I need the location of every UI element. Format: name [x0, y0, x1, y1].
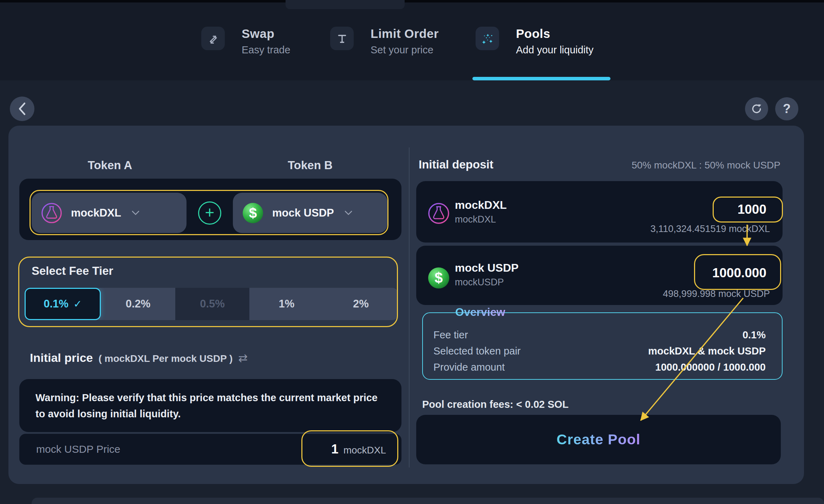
- refresh-button[interactable]: [745, 97, 768, 120]
- help-icon: ?: [783, 101, 791, 116]
- fee-option-0.5[interactable]: 0.5%: [175, 288, 249, 320]
- tab-swap-texts: Swap Easy trade: [242, 27, 290, 56]
- overview-row-fee-tier: Fee tier 0.1%: [433, 329, 766, 341]
- pool-creation-fees: Pool creation fees: < 0.02 SOL: [422, 399, 569, 410]
- chevron-left-icon: [18, 102, 27, 115]
- fee-option-label: 0.5%: [200, 298, 225, 310]
- overview-row-token-pair: Selected token pair mockDXL & mock USDP: [433, 345, 766, 357]
- overview-label: Selected token pair: [433, 345, 521, 357]
- deposit-row-mockdxl: mockDXL mockDXL 1000 3,110,324.451519 mo…: [416, 181, 783, 243]
- pools-page: Swap Easy trade Limit Order Set your pri…: [0, 0, 824, 504]
- overview-title: Overview: [449, 306, 511, 319]
- initial-price-title: Initial price: [30, 351, 93, 365]
- token-b-name: mock USDP: [272, 207, 334, 219]
- footer-strip: [32, 498, 824, 504]
- dollar-token-icon: $: [242, 202, 264, 224]
- chevron-down-icon: [132, 211, 139, 215]
- deposit-token-name: mockDXL: [455, 199, 507, 212]
- top-notch: [286, 0, 405, 9]
- fee-tier-group: 0.1% ✓ 0.2% 0.5% 1% 2%: [25, 288, 398, 320]
- price-input-placeholder: mock USDP Price: [36, 443, 120, 455]
- top-bar-right: [405, 0, 824, 2]
- price-input[interactable]: mock USDP Price 1 mockDXL: [19, 434, 401, 465]
- dollar-token-icon: $: [427, 267, 450, 289]
- chevron-down-icon: [345, 211, 352, 215]
- fee-option-0.2[interactable]: 0.2%: [101, 288, 175, 320]
- create-pool-label: Create Pool: [557, 431, 641, 448]
- tab-limit-label: Limit Order: [371, 27, 439, 41]
- overview-row-provide-amount: Provide amount 1000.000000 / 1000.000: [433, 362, 766, 373]
- token-b-label: Token B: [257, 159, 363, 172]
- overview-label: Fee tier: [433, 329, 468, 341]
- fee-tier-title: Select Fee Tier: [32, 264, 113, 278]
- flask-token-icon: [427, 202, 450, 225]
- overview-panel: Overview Fee tier 0.1% Selected token pa…: [422, 312, 783, 380]
- token-pair-selector: mockDXL + $ mock USDP: [19, 179, 401, 240]
- initial-deposit-title: Initial deposit: [419, 158, 493, 171]
- tab-pools-label: Pools: [516, 27, 594, 41]
- limit-order-icon: [330, 27, 354, 50]
- deposit-token-name: mock USDP: [455, 261, 518, 274]
- overview-rows: Fee tier 0.1% Selected token pair mockDX…: [423, 313, 782, 373]
- fee-option-label: 0.2%: [126, 298, 151, 310]
- add-token-pair-button[interactable]: +: [198, 201, 221, 225]
- fee-option-label: 2%: [353, 298, 369, 310]
- top-bar-left: [0, 0, 286, 2]
- price-value-wrap: 1 mockDXL: [331, 442, 386, 457]
- fee-option-1[interactable]: 1%: [249, 288, 323, 320]
- tab-swap-label: Swap: [242, 27, 290, 41]
- help-button[interactable]: ?: [775, 97, 798, 120]
- overview-label: Provide amount: [433, 362, 505, 373]
- deposit-amount-input[interactable]: 1000: [738, 202, 766, 217]
- tab-swap[interactable]: Swap Easy trade: [201, 27, 290, 56]
- tab-limit-subtitle: Set your price: [371, 44, 439, 56]
- deposit-token-symbol: mockUSDP: [455, 277, 504, 288]
- check-icon: ✓: [73, 298, 82, 310]
- token-a-name: mockDXL: [71, 207, 121, 219]
- tab-pools[interactable]: Pools Add your liquidity: [476, 27, 594, 56]
- fee-option-label: 0.1%: [44, 298, 68, 310]
- flask-token-icon: [41, 202, 63, 224]
- overview-value: mockDXL & mock USDP: [648, 345, 766, 357]
- svg-text:$: $: [249, 205, 257, 221]
- invert-price-icon[interactable]: ⇄: [238, 351, 248, 365]
- tab-swap-subtitle: Easy trade: [242, 44, 290, 56]
- tab-pools-texts: Pools Add your liquidity: [516, 27, 594, 56]
- price-value: 1: [331, 442, 339, 457]
- active-tab-underline: [472, 77, 610, 80]
- fee-option-label: 1%: [279, 298, 295, 310]
- pools-icon: [476, 27, 499, 50]
- swap-icon: [201, 27, 225, 50]
- column-divider: [409, 147, 410, 467]
- fee-option-2[interactable]: 2%: [324, 288, 398, 320]
- fee-option-0.1[interactable]: 0.1% ✓: [25, 288, 101, 320]
- svg-text:$: $: [434, 270, 443, 286]
- overview-value: 1000.000000 / 1000.000: [655, 362, 766, 373]
- back-button[interactable]: [10, 97, 34, 121]
- tab-pools-subtitle: Add your liquidity: [516, 44, 594, 56]
- initial-price-header: Initial price ( mockDXL Per mock USDP ) …: [30, 351, 248, 365]
- deposit-ratio: 50% mockDXL : 50% mock USDP: [632, 160, 780, 171]
- plus-icon: +: [205, 204, 215, 220]
- price-warning: Warning: Please verify that this price m…: [19, 379, 401, 432]
- create-pool-card: Token A Token B mockDXL +: [8, 126, 804, 484]
- token-b-select[interactable]: $ mock USDP: [233, 193, 387, 233]
- tab-limit-order[interactable]: Limit Order Set your price: [330, 27, 439, 56]
- deposit-row-mockusdp: $ mock USDP mockUSDP 1000.000 498,999.99…: [416, 246, 783, 305]
- token-a-label: Token A: [57, 159, 163, 172]
- price-unit: mockDXL: [344, 445, 386, 456]
- token-a-select[interactable]: mockDXL: [32, 193, 187, 233]
- initial-price-pair-hint: ( mockDXL Per mock USDP ): [99, 353, 233, 364]
- overview-value: 0.1%: [743, 329, 766, 341]
- refresh-icon: [750, 102, 763, 115]
- deposit-balance: 3,110,324.451519 mockDXL: [650, 224, 770, 234]
- initial-deposit-header: Initial deposit 50% mockDXL : 50% mock U…: [419, 158, 780, 171]
- header: Swap Easy trade Limit Order Set your pri…: [0, 0, 824, 80]
- deposit-token-symbol: mockDXL: [455, 214, 496, 225]
- deposit-amount-input[interactable]: 1000.000: [712, 266, 766, 280]
- deposit-balance: 498,999.998 mock USDP: [663, 289, 770, 299]
- create-pool-button[interactable]: Create Pool: [416, 415, 781, 464]
- tab-limit-texts: Limit Order Set your price: [371, 27, 439, 56]
